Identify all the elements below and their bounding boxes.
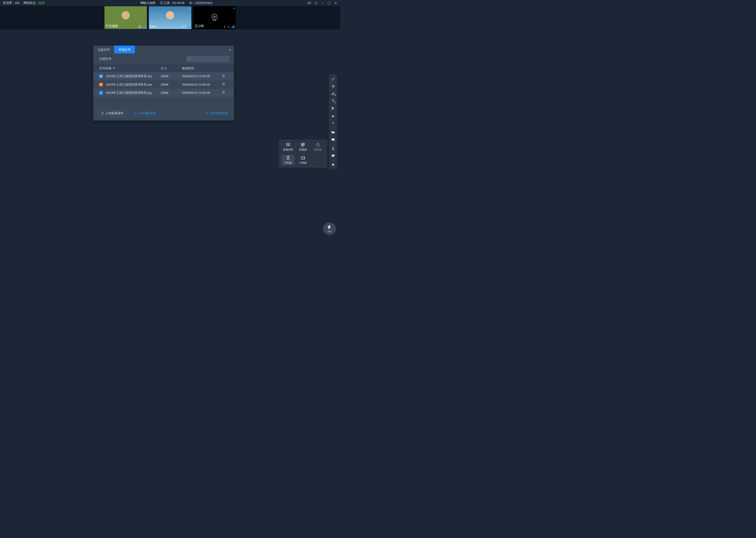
session-id: ID：2020070324 <box>189 1 212 5</box>
mic-icon <box>183 25 190 28</box>
file-row[interactable]: ▲2019年工作汇报情况查询等等.jpg 200M 2020/06/23 12:… <box>93 89 234 97</box>
svg-point-25 <box>332 80 332 80</box>
minimize-icon[interactable] <box>321 1 324 5</box>
tool-answer-device[interactable]: 答题器 <box>297 142 310 152</box>
mic-icon <box>139 25 146 28</box>
scissors-tool-icon[interactable] <box>330 105 336 112</box>
top-bar: 丢包率：0% 网络状态：良好 神秘大自然 已上课：02:34:09 ID：202… <box>0 0 340 6</box>
participant-name: 王小明 <box>195 24 204 28</box>
network-status: 网络状态：良好 <box>24 1 45 5</box>
elapsed-time: 已上课：02:34:09 <box>160 1 184 5</box>
image-file-icon: ▲ <box>99 91 103 95</box>
close-icon[interactable] <box>334 1 338 5</box>
bell-tool-icon[interactable] <box>330 162 336 168</box>
move-tool-icon[interactable] <box>330 83 336 89</box>
svg-line-13 <box>190 59 191 60</box>
file-list: W2019年工作汇报情况查询等等.doc 200M 2020/06/23 12:… <box>93 72 234 97</box>
dialog-close-icon[interactable]: × <box>229 48 231 52</box>
svg-point-12 <box>188 58 190 59</box>
text-tool-icon[interactable] <box>330 98 336 104</box>
svg-rect-6 <box>184 26 185 27</box>
settings-icon[interactable] <box>314 1 318 5</box>
doc-file-icon: W <box>99 75 103 78</box>
teaching-tools-popup: 屏幕共享 答题器 抢答器 计时器 2+3 小黑板 <box>279 139 327 168</box>
upload-animated-button[interactable]: 上传动效文件 <box>130 110 160 117</box>
svg-rect-19 <box>302 143 303 145</box>
file-dialog: 云盘文件 本地文件 × 全部文件 文件名称 大小 修改时间 W2019年工作汇报… <box>93 46 234 121</box>
file-table-header: 文件名称 大小 修改时间 <box>93 64 234 72</box>
record-icon[interactable] <box>307 1 311 5</box>
right-toolbar <box>329 75 337 169</box>
delete-file-icon[interactable] <box>222 74 228 78</box>
tab-local-files[interactable]: 本地文件 <box>114 46 135 54</box>
video-tile-student[interactable]: × Nina <box>149 6 191 29</box>
svg-point-30 <box>333 147 334 149</box>
tool-mini-blackboard[interactable]: 2+3 小黑板 <box>297 155 310 166</box>
delete-file-icon[interactable] <box>222 82 228 86</box>
col-header-date[interactable]: 修改时间 <box>182 66 222 71</box>
svg-rect-21 <box>302 145 303 146</box>
tile-close-icon[interactable]: × <box>189 7 191 10</box>
svg-point-1 <box>315 3 316 3</box>
pen-tool-icon[interactable] <box>330 90 336 97</box>
raise-hand-count: 0/2 <box>328 230 331 233</box>
color-dot-tool-icon[interactable] <box>330 120 336 126</box>
eraser-tool-icon[interactable] <box>330 112 336 119</box>
video-tile-student[interactable]: × 王小明 <box>193 6 236 29</box>
tab-cloud-files[interactable]: 云盘文件 <box>93 46 114 54</box>
file-row[interactable]: W2019年工作汇报情况查询等等.doc 200M 2020/06/23 12:… <box>93 72 234 81</box>
toolbox-tool-icon[interactable] <box>330 136 336 143</box>
filter-all-files[interactable]: 全部文件 <box>99 57 112 61</box>
tile-close-icon[interactable]: × <box>233 7 235 10</box>
participants-tool-icon[interactable] <box>330 145 336 152</box>
svg-rect-0 <box>308 2 310 4</box>
file-row[interactable]: P2019年工作汇报情况查询等等.ppt 200M 2020/06/23 12:… <box>93 81 234 89</box>
svg-rect-11 <box>228 26 229 27</box>
svg-rect-20 <box>303 143 305 145</box>
ppt-file-icon: P <box>99 83 103 86</box>
svg-rect-5 <box>140 26 140 27</box>
search-input[interactable] <box>186 56 230 62</box>
folder-tool-icon[interactable] <box>330 129 336 135</box>
delete-file-icon[interactable] <box>222 91 228 95</box>
raise-hand-badge[interactable]: 0/2 <box>323 222 336 235</box>
sort-desc-icon <box>113 68 115 69</box>
svg-point-28 <box>332 122 334 124</box>
tool-race-answer[interactable]: 抢答器 <box>311 142 324 152</box>
mic-muted-icon <box>223 25 235 28</box>
tool-screen-share[interactable]: 屏幕共享 <box>282 142 295 152</box>
col-header-size[interactable]: 大小 <box>161 66 182 71</box>
chat-tool-icon[interactable] <box>330 153 336 159</box>
participant-name: Nina <box>150 25 157 28</box>
tool-timer[interactable]: 计时器 <box>282 155 295 166</box>
upload-normal-button[interactable]: 上传普通课件 <box>97 110 127 117</box>
svg-text:2+3: 2+3 <box>302 157 305 159</box>
maximize-icon[interactable] <box>327 1 331 5</box>
supported-types-link[interactable]: 文件支持类型 <box>206 111 228 115</box>
col-header-name[interactable]: 文件名称 <box>99 66 161 71</box>
course-title: 神秘大自然 <box>140 1 156 5</box>
svg-point-8 <box>213 16 215 18</box>
video-strip: 叮当老师 × Nina × 王小明 <box>0 6 340 30</box>
participant-name: 叮当老师 <box>106 24 118 28</box>
packet-loss: 丢包率：0% <box>3 1 20 5</box>
video-tile-teacher[interactable]: 叮当老师 <box>105 6 147 29</box>
laser-pointer-tool-icon[interactable] <box>330 76 336 82</box>
